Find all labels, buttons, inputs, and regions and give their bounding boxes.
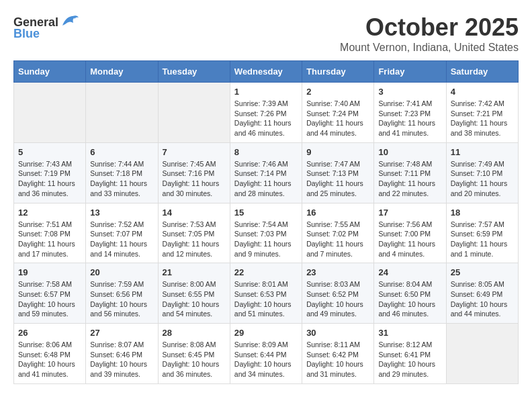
day-info: Sunrise: 7:47 AM Sunset: 7:13 PM Dayligh… <box>306 159 369 199</box>
day-number: 25 <box>451 267 514 277</box>
day-info: Sunrise: 7:59 AM Sunset: 6:56 PM Dayligh… <box>90 279 153 319</box>
day-number: 31 <box>378 328 441 338</box>
location-title: Mount Vernon, Indiana, United States <box>340 42 519 54</box>
day-info: Sunrise: 8:00 AM Sunset: 6:55 PM Dayligh… <box>163 279 226 319</box>
day-info: Sunrise: 7:54 AM Sunset: 7:03 PM Dayligh… <box>234 220 298 259</box>
day-info: Sunrise: 7:43 AM Sunset: 7:19 PM Dayligh… <box>18 159 81 199</box>
calendar-day-cell: 9Sunrise: 7:47 AM Sunset: 7:13 PM Daylig… <box>302 142 374 203</box>
day-number: 18 <box>451 208 514 218</box>
day-number: 8 <box>234 147 298 157</box>
calendar-body: 1Sunrise: 7:39 AM Sunset: 7:26 PM Daylig… <box>14 83 519 384</box>
day-of-week-header: Wednesday <box>230 61 302 83</box>
calendar-day-cell: 13Sunrise: 7:52 AM Sunset: 7:07 PM Dayli… <box>86 203 158 263</box>
day-info: Sunrise: 7:58 AM Sunset: 6:57 PM Dayligh… <box>18 279 81 319</box>
logo: General Blue <box>13 13 79 41</box>
calendar-day-cell: 10Sunrise: 7:48 AM Sunset: 7:11 PM Dayli… <box>374 142 446 203</box>
logo-bird-icon <box>60 13 79 28</box>
calendar-week-row: 19Sunrise: 7:58 AM Sunset: 6:57 PM Dayli… <box>14 263 519 324</box>
day-info: Sunrise: 7:51 AM Sunset: 7:08 PM Dayligh… <box>18 220 81 259</box>
title-area: October 2025 Mount Vernon, Indiana, Unit… <box>340 13 519 54</box>
day-number: 7 <box>163 147 226 157</box>
day-number: 14 <box>163 208 226 218</box>
day-number: 4 <box>451 87 514 97</box>
day-number: 16 <box>306 208 369 218</box>
calendar-day-cell: 17Sunrise: 7:56 AM Sunset: 7:00 PM Dayli… <box>374 203 446 263</box>
calendar-week-row: 1Sunrise: 7:39 AM Sunset: 7:26 PM Daylig… <box>14 83 519 143</box>
calendar-day-cell: 16Sunrise: 7:55 AM Sunset: 7:02 PM Dayli… <box>302 203 374 263</box>
calendar-day-cell: 20Sunrise: 7:59 AM Sunset: 6:56 PM Dayli… <box>86 263 158 324</box>
day-of-week-header: Tuesday <box>158 61 230 83</box>
day-of-week-header: Saturday <box>446 61 518 83</box>
calendar-day-cell: 11Sunrise: 7:49 AM Sunset: 7:10 PM Dayli… <box>446 142 518 203</box>
calendar-week-row: 5Sunrise: 7:43 AM Sunset: 7:19 PM Daylig… <box>14 142 519 203</box>
calendar-day-cell: 19Sunrise: 7:58 AM Sunset: 6:57 PM Dayli… <box>14 263 86 324</box>
day-of-week-header: Friday <box>374 61 446 83</box>
day-number: 19 <box>18 267 81 277</box>
day-info: Sunrise: 8:06 AM Sunset: 6:48 PM Dayligh… <box>18 340 81 379</box>
day-number: 24 <box>378 267 441 277</box>
calendar-table: SundayMondayTuesdayWednesdayThursdayFrid… <box>13 60 519 384</box>
day-number: 1 <box>234 87 298 97</box>
day-info: Sunrise: 8:12 AM Sunset: 6:41 PM Dayligh… <box>378 340 441 379</box>
day-number: 23 <box>306 267 369 277</box>
day-number: 6 <box>90 147 153 157</box>
day-info: Sunrise: 7:41 AM Sunset: 7:23 PM Dayligh… <box>378 99 441 138</box>
calendar-week-row: 12Sunrise: 7:51 AM Sunset: 7:08 PM Dayli… <box>14 203 519 263</box>
day-info: Sunrise: 8:09 AM Sunset: 6:44 PM Dayligh… <box>234 340 298 379</box>
day-info: Sunrise: 8:01 AM Sunset: 6:53 PM Dayligh… <box>234 279 298 319</box>
calendar-day-cell <box>158 83 230 143</box>
day-number: 17 <box>378 208 441 218</box>
day-info: Sunrise: 7:48 AM Sunset: 7:11 PM Dayligh… <box>378 159 441 199</box>
day-info: Sunrise: 7:57 AM Sunset: 6:59 PM Dayligh… <box>451 220 514 259</box>
day-info: Sunrise: 7:39 AM Sunset: 7:26 PM Dayligh… <box>234 99 298 138</box>
calendar-day-cell: 29Sunrise: 8:09 AM Sunset: 6:44 PM Dayli… <box>230 324 302 384</box>
calendar-day-cell: 22Sunrise: 8:01 AM Sunset: 6:53 PM Dayli… <box>230 263 302 324</box>
month-title: October 2025 <box>340 13 519 42</box>
calendar-day-cell: 5Sunrise: 7:43 AM Sunset: 7:19 PM Daylig… <box>14 142 86 203</box>
day-number: 21 <box>163 267 226 277</box>
calendar-day-cell: 27Sunrise: 8:07 AM Sunset: 6:46 PM Dayli… <box>86 324 158 384</box>
day-number: 5 <box>18 147 81 157</box>
day-number: 13 <box>90 208 153 218</box>
day-info: Sunrise: 7:56 AM Sunset: 7:00 PM Dayligh… <box>378 220 441 259</box>
day-number: 20 <box>90 267 153 277</box>
calendar-day-cell: 15Sunrise: 7:54 AM Sunset: 7:03 PM Dayli… <box>230 203 302 263</box>
day-number: 11 <box>451 147 514 157</box>
calendar-day-cell: 14Sunrise: 7:53 AM Sunset: 7:05 PM Dayli… <box>158 203 230 263</box>
day-number: 10 <box>378 147 441 157</box>
logo-blue-text: Blue <box>13 27 40 41</box>
calendar-day-cell: 23Sunrise: 8:03 AM Sunset: 6:52 PM Dayli… <box>302 263 374 324</box>
calendar-day-cell <box>446 324 518 384</box>
day-number: 28 <box>163 328 226 338</box>
day-info: Sunrise: 7:42 AM Sunset: 7:21 PM Dayligh… <box>451 99 514 138</box>
calendar-day-cell: 31Sunrise: 8:12 AM Sunset: 6:41 PM Dayli… <box>374 324 446 384</box>
calendar-day-cell <box>14 83 86 143</box>
calendar-day-cell: 1Sunrise: 7:39 AM Sunset: 7:26 PM Daylig… <box>230 83 302 143</box>
day-of-week-header: Monday <box>86 61 158 83</box>
day-info: Sunrise: 8:11 AM Sunset: 6:42 PM Dayligh… <box>306 340 369 379</box>
calendar-week-row: 26Sunrise: 8:06 AM Sunset: 6:48 PM Dayli… <box>14 324 519 384</box>
day-number: 26 <box>18 328 81 338</box>
day-info: Sunrise: 7:53 AM Sunset: 7:05 PM Dayligh… <box>163 220 226 259</box>
day-info: Sunrise: 7:49 AM Sunset: 7:10 PM Dayligh… <box>451 159 514 199</box>
day-info: Sunrise: 8:08 AM Sunset: 6:45 PM Dayligh… <box>163 340 226 379</box>
day-info: Sunrise: 7:40 AM Sunset: 7:24 PM Dayligh… <box>306 99 369 138</box>
day-info: Sunrise: 8:05 AM Sunset: 6:49 PM Dayligh… <box>451 279 514 319</box>
calendar-day-cell: 3Sunrise: 7:41 AM Sunset: 7:23 PM Daylig… <box>374 83 446 143</box>
calendar-header-row: SundayMondayTuesdayWednesdayThursdayFrid… <box>14 61 519 83</box>
calendar-day-cell: 4Sunrise: 7:42 AM Sunset: 7:21 PM Daylig… <box>446 83 518 143</box>
day-info: Sunrise: 8:04 AM Sunset: 6:50 PM Dayligh… <box>378 279 441 319</box>
calendar-day-cell: 28Sunrise: 8:08 AM Sunset: 6:45 PM Dayli… <box>158 324 230 384</box>
day-number: 3 <box>378 87 441 97</box>
day-number: 22 <box>234 267 298 277</box>
calendar-day-cell: 21Sunrise: 8:00 AM Sunset: 6:55 PM Dayli… <box>158 263 230 324</box>
day-info: Sunrise: 7:44 AM Sunset: 7:18 PM Dayligh… <box>90 159 153 199</box>
header: General Blue October 2025 Mount Vernon, … <box>13 13 519 54</box>
day-number: 12 <box>18 208 81 218</box>
day-info: Sunrise: 8:03 AM Sunset: 6:52 PM Dayligh… <box>306 279 369 319</box>
calendar-day-cell: 30Sunrise: 8:11 AM Sunset: 6:42 PM Dayli… <box>302 324 374 384</box>
calendar-day-cell: 7Sunrise: 7:45 AM Sunset: 7:16 PM Daylig… <box>158 142 230 203</box>
day-of-week-header: Sunday <box>14 61 86 83</box>
day-number: 9 <box>306 147 369 157</box>
day-number: 15 <box>234 208 298 218</box>
